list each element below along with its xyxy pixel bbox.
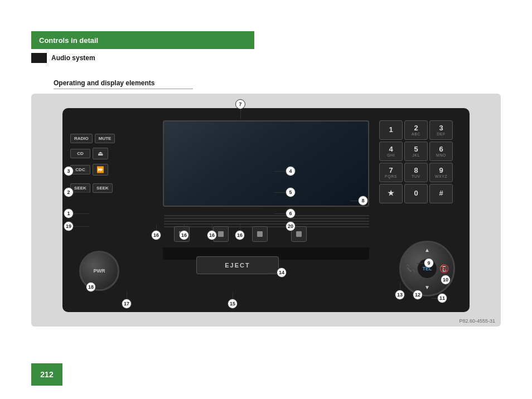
callout-5-circle: 5 [286,187,296,197]
numpad-key-4-num: 4 [389,145,393,153]
callout-14-container: 14 [268,267,287,278]
numpad-row-4: ★ 0 # [379,184,462,203]
callout-12-circle: 12 [413,290,423,300]
callout-14-circle: 14 [277,267,287,278]
numpad-key-7[interactable]: 7 PQRS [379,163,403,182]
numpad-key-6-letters: MNO [436,153,446,157]
numpad-key-8-num: 8 [414,167,418,174]
callout-15-container: 15 [228,292,238,309]
callout-4-circle: 4 [286,166,296,176]
numpad-key-7-num: 7 [389,167,393,174]
numpad-key-1[interactable]: 1 [379,120,403,140]
numpad-key-9-letters: WXYZ [435,174,447,178]
callout-13-container: 13 [395,283,405,300]
numpad-key-9[interactable]: 9 WXYZ [429,163,453,182]
numpad-key-8[interactable]: 8 TUV [404,163,428,182]
slot-lines [164,215,369,227]
screen [163,120,369,207]
func-icon-3 [257,231,263,237]
callout-17-container: 17 [122,292,132,309]
callout-16d-circle: 16 [235,230,245,240]
sub-header-text: Audio system [51,54,95,62]
numpad-key-8-letters: TUV [412,174,420,178]
numpad-key-0-num: 0 [414,189,418,197]
callout-8-circle: 8 [358,196,368,206]
callout-5-container: 5 [274,187,296,197]
callout-16c-circle: 16 [207,230,217,240]
pwr-label: PWR [94,268,105,274]
callout-18-container: 18 [86,282,107,292]
numpad-key-star[interactable]: ★ [379,184,403,203]
cd-row: CD ⏏ [70,148,157,159]
numpad-key-6-num: 6 [439,145,443,153]
device-container: RADIO MUTE CD ⏏ CDC ⏩ SEEK SEEK [31,94,501,327]
section-title: Operating and display elements [54,79,193,89]
callout-6-container: 6 [274,208,296,218]
numpad-key-3-letters: DEF [437,132,446,136]
radio-row: RADIO MUTE [70,134,157,143]
func-icon-2 [218,231,224,237]
numpad-key-3[interactable]: 3 DEF [429,120,453,140]
callout-10-circle: 10 [441,275,451,285]
numpad-key-0[interactable]: 0 [404,184,428,203]
numpad-key-4[interactable]: 4 GHI [379,142,403,161]
phone-end-button[interactable]: 📵 [439,264,449,273]
numpad-key-hash[interactable]: # [429,184,453,203]
callout-13-circle: 13 [395,290,405,300]
numpad-row-3: 7 PQRS 8 TUV 9 WXYZ [379,163,462,182]
func-btn-3[interactable] [252,226,268,242]
numpad-key-5-letters: JKL [412,153,420,157]
left-panel: RADIO MUTE CD ⏏ CDC ⏩ SEEK SEEK [70,120,157,197]
numeric-keypad: 1 2 ABC 3 DEF 4 GHI 5 [379,120,462,205]
nav-wheel[interactable]: ▲ ▼ 📞 📵 TEL [399,241,455,296]
callout-2-circle: 2 [64,187,74,197]
mute-button[interactable]: MUTE [95,134,115,143]
callout-9-container: 9 [417,258,434,268]
callout-15-circle: 15 [228,299,238,309]
eject-button[interactable]: EJECT [196,256,279,274]
image-reference: P82.60-4555-31 [459,318,495,324]
radio-button[interactable]: RADIO [70,134,93,143]
numpad-row-1: 1 2 ABC 3 DEF [379,120,462,140]
func-icon-4 [296,231,302,237]
numpad-key-hash-num: # [439,189,443,197]
numpad-key-3-num: 3 [439,124,443,132]
callout-20-circle: 20 [286,221,296,231]
numpad-key-2-letters: ABC [412,132,420,136]
sub-header-block [31,53,47,63]
callout-16c-container: 16 [207,225,217,240]
sub-header: Audio system [31,53,95,63]
cd-button[interactable]: CD [70,149,90,158]
numpad-key-5[interactable]: 5 JKL [404,142,428,161]
callout-1-container: 1 [64,208,89,218]
callout-2-container: 2 [64,187,89,197]
eject-icon[interactable]: ⏏ [93,148,108,159]
numpad-key-6[interactable]: 6 MNO [429,142,453,161]
phone-accept-button[interactable]: 📞 [405,264,415,273]
nav-up-arrow: ▲ [424,247,430,253]
numpad-key-2-num: 2 [414,124,418,132]
numpad-key-2[interactable]: 2 ABC [404,120,428,140]
numpad-key-9-num: 9 [439,167,443,174]
callout-16a-container: 16 [151,225,161,240]
eject-label: EJECT [225,262,250,269]
seek-fwd-button[interactable]: SEEK [93,183,113,193]
numpad-row-2: 4 GHI 5 JKL 6 MNO [379,142,462,161]
callout-10-container: 10 [435,275,451,285]
callout-6-circle: 6 [286,208,296,218]
callout-7-circle: 7 [235,99,245,109]
numpad-key-star-num: ★ [388,189,394,197]
callout-7: 7 [235,99,245,119]
callout-11-container: 11 [432,293,447,303]
callout-19-circle: 19 [64,221,74,231]
shuffle-icon[interactable]: ⏩ [93,164,108,176]
page-number-box: 212 [31,363,62,386]
nav-wheel-container: ▲ ▼ 📞 📵 TEL [399,241,461,302]
callout-3-circle: 3 [64,166,74,176]
numpad-key-1-num: 1 [389,126,393,134]
nav-down-arrow: ▼ [424,284,430,290]
header-bar: Controls in detail [31,31,254,49]
callout-16d-container: 16 [235,225,245,240]
callout-20-container: 20 [274,221,296,231]
callout-18-circle: 18 [86,282,96,292]
